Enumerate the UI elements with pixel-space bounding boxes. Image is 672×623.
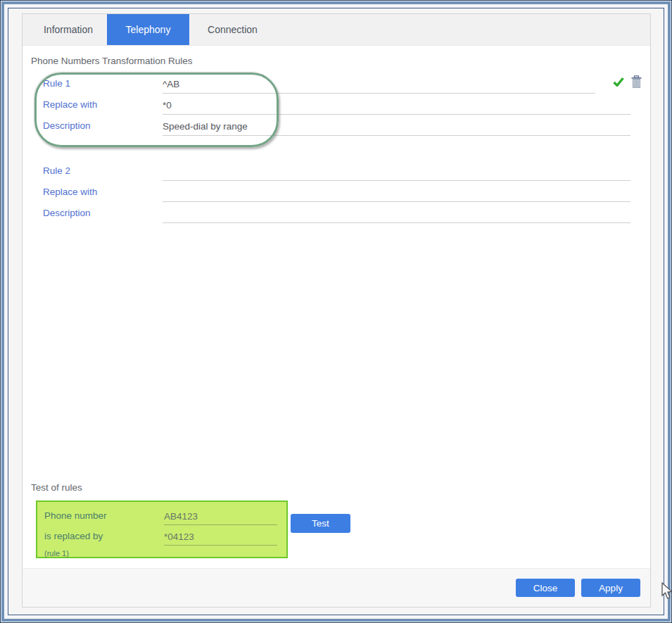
rule2-description-row: Description [23, 202, 650, 223]
rule2-replace-input[interactable] [163, 189, 630, 202]
delete-trash-icon[interactable] [631, 75, 642, 88]
test-replaced-value: *04123 [164, 531, 277, 546]
test-phone-row: Phone number AB4123 [44, 505, 277, 525]
mouse-cursor-icon [661, 582, 672, 603]
test-result-box: Phone number AB4123 is replaced by *0412… [36, 501, 288, 558]
rule1-pattern-input[interactable]: ^AB [163, 79, 595, 94]
rule1-pattern-row: Rule 1 ^AB [23, 73, 650, 94]
rule2-block: Rule 2 Replace with Description [23, 160, 650, 223]
settings-panel: Information Telephony Connection Phone N… [22, 13, 651, 608]
rule1-replace-input[interactable]: *0 [163, 100, 630, 115]
rule2-pattern-input[interactable] [163, 168, 630, 181]
rule1-label: Rule 1 [43, 78, 163, 94]
rule1-description-input[interactable]: Speed-dial by range [163, 121, 630, 136]
tab-bar: Information Telephony Connection [23, 14, 650, 46]
rule1-replace-row: Replace with *0 [23, 94, 650, 115]
test-replaced-row: is replaced by *04123 [44, 525, 277, 546]
rule2-pattern-row: Rule 2 [23, 160, 650, 181]
window-frame-border: Information Telephony Connection Phone N… [1, 1, 671, 622]
rule1-description-row: Description Speed-dial by range [23, 115, 650, 136]
rule1-description-label: Description [43, 120, 163, 136]
test-replaced-label: is replaced by [44, 531, 164, 546]
rule2-replace-label: Replace with [43, 187, 163, 202]
tab-information[interactable]: Information [30, 14, 107, 45]
test-phone-input[interactable]: AB4123 [164, 511, 277, 525]
test-button[interactable]: Test [291, 514, 350, 533]
app-background: Information Telephony Connection Phone N… [8, 8, 664, 615]
rule2-label: Rule 2 [43, 165, 163, 181]
rule2-description-input[interactable] [163, 210, 630, 223]
rules-section-title: Phone Numbers Transformation Rules [31, 56, 650, 68]
confirm-check-icon[interactable] [613, 77, 624, 87]
rule1-replace-label: Replace with [43, 99, 163, 115]
apply-button[interactable]: Apply [581, 579, 640, 597]
close-button[interactable]: Close [516, 579, 575, 597]
rule2-description-label: Description [43, 208, 163, 223]
window-frame: Information Telephony Connection Phone N… [0, 0, 672, 623]
rule1-actions [613, 75, 642, 94]
test-rule-reference: (rule 1) [44, 549, 277, 558]
rule2-replace-row: Replace with [23, 181, 650, 202]
tab-telephony[interactable]: Telephony [107, 14, 189, 45]
test-phone-label: Phone number [44, 510, 164, 525]
rule1-block: Rule 1 ^AB [23, 73, 650, 136]
test-section-title: Test of rules [31, 482, 650, 495]
test-area: Phone number AB4123 is replaced by *0412… [36, 501, 650, 558]
telephony-tab-content: Phone Numbers Transformation Rules Rule … [23, 46, 650, 558]
dialog-footer: Close Apply [23, 568, 650, 607]
tab-connection[interactable]: Connection [189, 14, 276, 45]
